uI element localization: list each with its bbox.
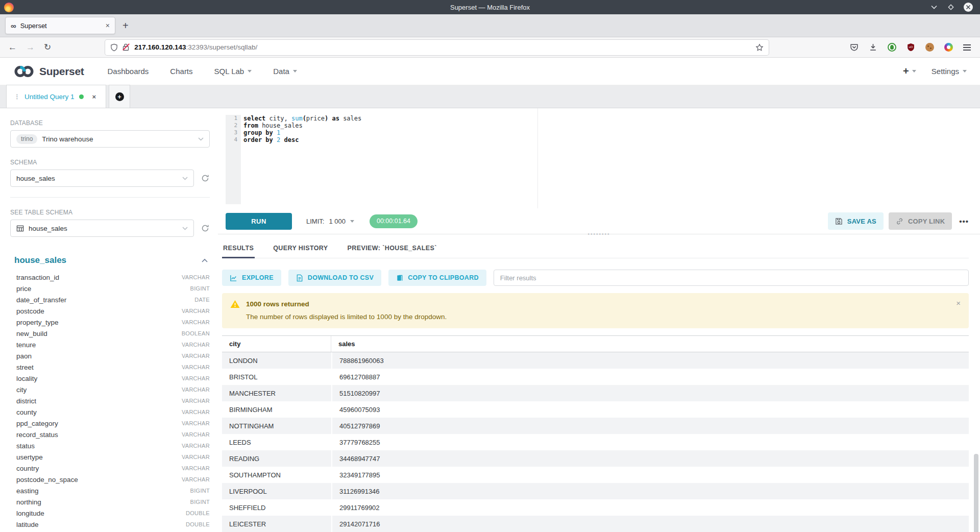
schema-column-row[interactable]: streetVARCHAR xyxy=(10,361,210,373)
result-row[interactable]: BIRMINGHAM45960075093 xyxy=(222,401,969,418)
save-as-button[interactable]: SAVE AS xyxy=(828,212,884,230)
schema-column-row[interactable]: tenureVARCHAR xyxy=(10,339,210,350)
table-schema-panel-header[interactable]: house_sales xyxy=(10,255,210,265)
window-maximize-button[interactable] xyxy=(947,3,955,11)
result-row[interactable]: LONDON788861960063 xyxy=(222,352,969,369)
filter-results-input[interactable] xyxy=(494,270,969,286)
new-tab-button[interactable]: + xyxy=(122,20,129,31)
result-row[interactable]: LEEDS37779768255 xyxy=(222,434,969,450)
schema-column-row[interactable]: statusVARCHAR xyxy=(10,440,210,451)
result-row[interactable]: LIVERPOOL31126991346 xyxy=(222,483,969,499)
query-tab-close-icon[interactable]: × xyxy=(92,93,96,101)
ublock-extension-icon[interactable]: uO xyxy=(906,43,915,52)
code-line[interactable]: from house_sales xyxy=(241,122,303,129)
code-line[interactable]: select city, sum(price) as sales xyxy=(241,115,361,122)
column-header-city[interactable]: city xyxy=(222,336,331,352)
result-row[interactable]: BRISTOL69612708887 xyxy=(222,369,969,385)
drag-handle-icon[interactable]: ⋮ xyxy=(14,93,20,101)
result-row[interactable]: READING34468947747 xyxy=(222,450,969,467)
tab-close-icon[interactable]: × xyxy=(106,21,110,30)
schema-column-row[interactable]: postcode_no_spaceVARCHAR xyxy=(10,474,210,485)
browser-tab[interactable]: ∞ Superset × xyxy=(5,17,115,34)
schema-column-row[interactable]: longitudeDOUBLE xyxy=(10,507,210,519)
clipboard-icon xyxy=(396,274,403,282)
reload-button[interactable]: ↻ xyxy=(44,42,51,53)
table-schema-select[interactable]: house_sales xyxy=(10,220,194,237)
refresh-table-schema-icon[interactable] xyxy=(201,224,210,233)
schema-column-row[interactable]: postcodeVARCHAR xyxy=(10,305,210,317)
back-button[interactable]: ← xyxy=(8,42,17,53)
nav-dashboards[interactable]: Dashboards xyxy=(107,67,149,76)
schema-column-row[interactable]: record_statusVARCHAR xyxy=(10,429,210,440)
result-row[interactable]: SHEFFIELD29911769902 xyxy=(222,499,969,516)
insecure-lock-icon[interactable] xyxy=(122,43,130,51)
schema-column-row[interactable]: paonVARCHAR xyxy=(10,350,210,361)
scrollbar-thumb[interactable] xyxy=(974,454,978,532)
run-button[interactable]: RUN xyxy=(226,213,292,230)
sql-editor[interactable]: 1select city, sum(price) as sales2from h… xyxy=(218,108,980,208)
code-line[interactable]: group by 1 xyxy=(241,129,280,136)
forward-button[interactable]: → xyxy=(26,42,35,53)
chevron-up-icon[interactable] xyxy=(202,258,208,262)
database-select[interactable]: trino Trino warehouse xyxy=(10,130,210,148)
schema-column-row[interactable]: cityVARCHAR xyxy=(10,384,210,395)
result-cell: 29142071716 xyxy=(332,516,969,532)
result-row[interactable]: MANCHESTER51510820997 xyxy=(222,385,969,401)
window-minimize-button[interactable] xyxy=(930,3,938,11)
schema-column-row[interactable]: latitudeDOUBLE xyxy=(10,519,210,530)
superset-infinity-icon xyxy=(13,64,35,79)
sql-code[interactable]: 1select city, sum(price) as sales2from h… xyxy=(226,115,361,143)
nav-data[interactable]: Data xyxy=(273,67,297,76)
schema-column-row[interactable]: usertypeVARCHAR xyxy=(10,451,210,463)
download-csv-button[interactable]: DOWNLOAD TO CSV xyxy=(288,270,381,286)
result-row[interactable]: LEICESTER29142071716 xyxy=(222,516,969,532)
extension-pinwheel-icon[interactable] xyxy=(944,43,953,52)
pocket-icon[interactable] xyxy=(850,43,859,52)
tracking-shield-icon[interactable] xyxy=(110,43,118,52)
tab-results[interactable]: RESULTS xyxy=(222,238,255,258)
window-close-button[interactable] xyxy=(964,3,973,12)
schema-column-row[interactable]: northingBIGINT xyxy=(10,496,210,507)
copy-link-button[interactable]: COPY LINK xyxy=(889,212,952,230)
alert-close-icon[interactable]: × xyxy=(956,299,961,307)
schema-column-row[interactable]: eastingBIGINT xyxy=(10,485,210,496)
schema-select[interactable]: house_sales xyxy=(10,170,194,187)
explore-button[interactable]: EXPLORE xyxy=(222,270,281,286)
add-new-button[interactable]: + xyxy=(903,65,916,77)
tab-query-history[interactable]: QUERY HISTORY xyxy=(272,238,329,258)
schema-column-row[interactable]: priceBIGINT xyxy=(10,283,210,294)
schema-column-row[interactable]: localityVARCHAR xyxy=(10,373,210,384)
schema-column-row[interactable]: ppd_categoryVARCHAR xyxy=(10,418,210,429)
add-query-tab-button[interactable]: + xyxy=(109,85,130,108)
superset-logo[interactable]: Superset xyxy=(13,64,84,79)
schema-column-row[interactable]: countyVARCHAR xyxy=(10,406,210,418)
schema-column-row[interactable]: transaction_idVARCHAR xyxy=(10,272,210,283)
refresh-schema-icon[interactable] xyxy=(201,174,210,183)
schema-column-row[interactable]: date_of_transferDATE xyxy=(10,294,210,305)
cookie-autodelete-extension-icon[interactable] xyxy=(925,43,934,52)
result-row[interactable]: NOTTINGHAM40512797869 xyxy=(222,418,969,434)
url-bar[interactable]: 217.160.120.143:32393/superset/sqllab/ xyxy=(105,40,769,55)
schema-column-row[interactable]: countryVARCHAR xyxy=(10,463,210,474)
query-tab[interactable]: ⋮ Untitled Query 1 × xyxy=(6,85,106,108)
column-name: usertype xyxy=(16,453,43,461)
result-cell: SOUTHAMPTON xyxy=(222,467,331,483)
limit-dropdown[interactable]: LIMIT: 1 000 xyxy=(306,217,354,225)
bookmark-star-icon[interactable] xyxy=(755,43,764,52)
tab-preview-house-sales[interactable]: PREVIEW: `HOUSE_SALES` xyxy=(347,238,438,258)
copy-clipboard-button[interactable]: COPY TO CLIPBOARD xyxy=(388,270,486,286)
more-actions-button[interactable]: ••• xyxy=(959,217,969,226)
column-header-sales[interactable]: sales xyxy=(331,336,969,352)
url-text[interactable]: 217.160.120.143:32393/superset/sqllab/ xyxy=(134,43,751,51)
privacy-badger-extension-icon[interactable] xyxy=(888,43,896,52)
menu-icon[interactable] xyxy=(963,44,971,51)
downloads-icon[interactable] xyxy=(869,43,877,52)
result-row[interactable]: SOUTHAMPTON32349177895 xyxy=(222,467,969,483)
code-line[interactable]: order by 2 desc xyxy=(241,136,299,143)
nav-sql-lab[interactable]: SQL Lab xyxy=(214,67,252,76)
schema-column-row[interactable]: property_typeVARCHAR xyxy=(10,317,210,328)
schema-column-row[interactable]: new_buildBOOLEAN xyxy=(10,328,210,339)
settings-menu[interactable]: Settings xyxy=(932,67,967,76)
nav-charts[interactable]: Charts xyxy=(170,67,192,76)
schema-column-row[interactable]: districtVARCHAR xyxy=(10,395,210,406)
